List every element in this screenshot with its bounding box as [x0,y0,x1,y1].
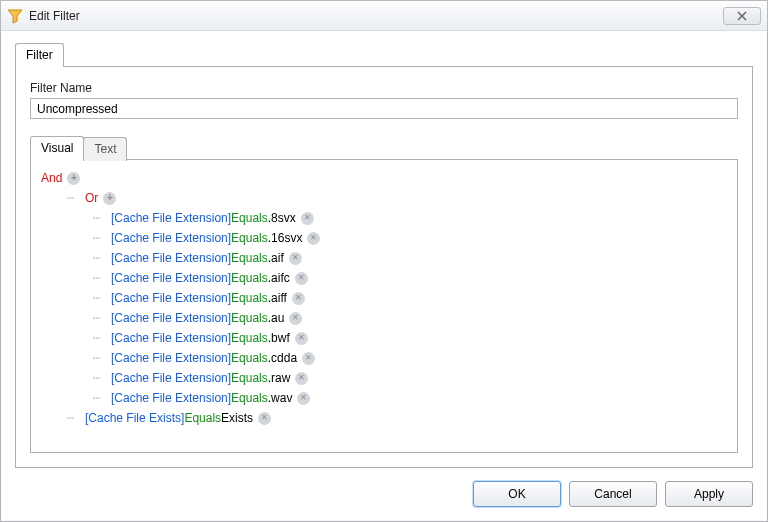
rule-row[interactable]: ⋯[Cache File Extension] Equals .aif [41,248,727,268]
rule-field[interactable]: [Cache File Extension] [111,208,231,228]
outer-tabpage: Filter Name Visual Text And⋯Or⋯[Cache Fi… [15,66,753,468]
rule-value[interactable]: .aif [268,248,284,268]
rule-field[interactable]: [Cache File Extension] [111,308,231,328]
delete-icon[interactable] [302,352,315,365]
tree-connector: ⋯ [93,228,111,248]
rule-value[interactable]: .cdda [268,348,297,368]
delete-icon[interactable] [295,332,308,345]
close-icon [737,11,747,21]
rule-value[interactable]: .bwf [268,328,290,348]
rule-field[interactable]: [Cache File Extension] [111,288,231,308]
tree-connector: ⋯ [93,248,111,268]
button-bar: OK Cancel Apply [473,481,753,507]
rule-row[interactable]: ⋯[Cache File Extension] Equals .bwf [41,328,727,348]
delete-icon[interactable] [292,292,305,305]
filter-name-input[interactable] [30,98,738,119]
rule-field[interactable]: [Cache File Extension] [111,388,231,408]
tab-text[interactable]: Text [83,137,127,161]
rule-value[interactable]: .16svx [268,228,303,248]
rule-verb[interactable]: Equals [231,248,268,268]
delete-icon[interactable] [295,372,308,385]
rule-verb[interactable]: Equals [231,208,268,228]
rule-value[interactable]: Exists [221,408,253,428]
rule-row[interactable]: ⋯[Cache File Extension] Equals .8svx [41,208,727,228]
tab-visual[interactable]: Visual [30,136,84,160]
tree-connector: ⋯ [93,368,111,388]
rule-verb[interactable]: Equals [231,228,268,248]
rule-row[interactable]: ⋯[Cache File Extension] Equals .au [41,308,727,328]
rule-value[interactable]: .wav [268,388,293,408]
add-icon[interactable] [67,172,80,185]
tree-connector: ⋯ [67,408,85,428]
rule-row[interactable]: ⋯[Cache File Extension] Equals .wav [41,388,727,408]
apply-button[interactable]: Apply [665,481,753,507]
filter-icon [7,8,23,24]
rule-verb[interactable]: Equals [231,308,268,328]
op-and-label: And [41,168,62,188]
delete-icon[interactable] [289,252,302,265]
rule-verb[interactable]: Equals [231,328,268,348]
rule-value[interactable]: .raw [268,368,291,388]
cancel-button[interactable]: Cancel [569,481,657,507]
add-icon[interactable] [103,192,116,205]
titlebar: Edit Filter [1,1,767,31]
rule-field[interactable]: [Cache File Exists] [85,408,184,428]
rule-verb[interactable]: Equals [231,348,268,368]
rule-row[interactable]: ⋯[Cache File Extension] Equals .raw [41,368,727,388]
tree-connector: ⋯ [93,208,111,228]
close-button[interactable] [723,7,761,25]
rule-verb[interactable]: Equals [184,408,221,428]
tree-connector: ⋯ [93,288,111,308]
delete-icon[interactable] [307,232,320,245]
tree-connector: ⋯ [93,308,111,328]
rule-value[interactable]: .aiff [268,288,287,308]
rule-row[interactable]: ⋯[Cache File Extension] Equals .aifc [41,268,727,288]
tab-filter[interactable]: Filter [15,43,64,67]
tree-connector: ⋯ [93,388,111,408]
rule-field[interactable]: [Cache File Extension] [111,368,231,388]
rule-row[interactable]: ⋯[Cache File Exists] Equals Exists [41,408,727,428]
inner-tabgroup: Visual Text And⋯Or⋯[Cache File Extension… [30,135,738,451]
rule-verb[interactable]: Equals [231,368,268,388]
rule-tree: And⋯Or⋯[Cache File Extension] Equals .8s… [41,168,727,428]
tab-filter-label: Filter [26,48,53,62]
rule-value[interactable]: .8svx [268,208,296,228]
tree-connector: ⋯ [67,188,85,208]
delete-icon[interactable] [297,392,310,405]
delete-icon[interactable] [289,312,302,325]
tree-connector: ⋯ [93,348,111,368]
rule-row[interactable]: ⋯[Cache File Extension] Equals .aiff [41,288,727,308]
rule-verb[interactable]: Equals [231,388,268,408]
delete-icon[interactable] [295,272,308,285]
delete-icon[interactable] [301,212,314,225]
rule-row[interactable]: ⋯[Cache File Extension] Equals .16svx [41,228,727,248]
tab-text-label: Text [94,142,116,156]
rule-verb[interactable]: Equals [231,288,268,308]
rule-value[interactable]: .au [268,308,285,328]
op-or-row[interactable]: ⋯Or [41,188,727,208]
visual-editor: And⋯Or⋯[Cache File Extension] Equals .8s… [30,159,738,453]
rule-field[interactable]: [Cache File Extension] [111,248,231,268]
filter-name-label: Filter Name [30,81,738,95]
rule-field[interactable]: [Cache File Extension] [111,228,231,248]
tree-connector: ⋯ [93,328,111,348]
op-or-label: Or [85,188,98,208]
window-title: Edit Filter [29,9,80,23]
ok-button[interactable]: OK [473,481,561,507]
rule-row[interactable]: ⋯[Cache File Extension] Equals .cdda [41,348,727,368]
rule-field[interactable]: [Cache File Extension] [111,268,231,288]
rule-verb[interactable]: Equals [231,268,268,288]
op-and-row[interactable]: And [41,168,727,188]
tab-visual-label: Visual [41,141,73,155]
dialog-window: Edit Filter Filter Filter Name [0,0,768,522]
delete-icon[interactable] [258,412,271,425]
rule-value[interactable]: .aifc [268,268,290,288]
rule-field[interactable]: [Cache File Extension] [111,328,231,348]
tree-connector: ⋯ [93,268,111,288]
outer-tabgroup: Filter Filter Name Visual Text [15,42,753,466]
rule-field[interactable]: [Cache File Extension] [111,348,231,368]
